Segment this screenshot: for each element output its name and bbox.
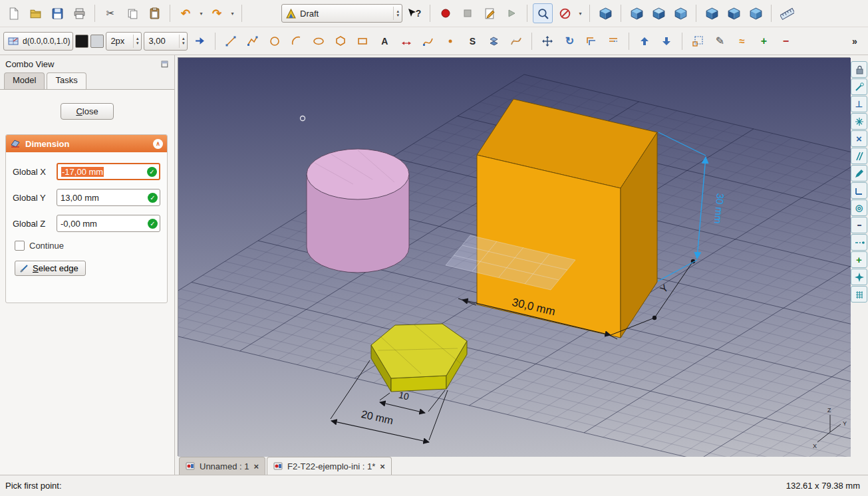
draft-bspline-button[interactable] xyxy=(418,31,438,51)
undo-dropdown[interactable]: ▾ xyxy=(198,4,205,23)
line-color-swatch[interactable] xyxy=(75,35,88,48)
snap-dimensions-button[interactable]: + xyxy=(851,251,867,268)
toolbar-overflow-button[interactable]: » xyxy=(845,31,865,51)
draft-facebinder-button[interactable] xyxy=(484,31,504,51)
snap-intersection-button[interactable]: × xyxy=(851,130,867,147)
snap-intersection-icon: × xyxy=(856,133,862,144)
draft-edit-button[interactable]: ✎ xyxy=(710,31,730,51)
draft-line-button[interactable] xyxy=(221,31,241,51)
text-size-spin[interactable]: ▴▾ xyxy=(179,35,185,48)
snap-center-button[interactable]: ◎ xyxy=(851,199,867,216)
draft-downgrade-button[interactable] xyxy=(656,31,676,51)
wire-tool-icon xyxy=(247,35,259,47)
view-right-button[interactable] xyxy=(670,3,690,23)
draft-point-button[interactable] xyxy=(440,31,460,51)
text-size-spinbox[interactable]: 3,00 ▴▾ xyxy=(144,32,188,51)
measure-button[interactable] xyxy=(777,3,797,23)
view-axonometric-button[interactable] xyxy=(595,3,615,23)
macro-edit-button[interactable] xyxy=(480,3,500,23)
doc-tab-unnamed[interactable]: Unnamed : 1 × xyxy=(179,457,265,475)
tab-model[interactable]: Model xyxy=(4,72,45,89)
draft-wire-button[interactable] xyxy=(243,31,263,51)
draft-scale-button[interactable] xyxy=(688,31,708,51)
snap-endpoint-button[interactable] xyxy=(851,78,867,95)
box-object[interactable] xyxy=(477,99,657,338)
3d-viewport[interactable]: 30,0 mm Y 30 mm 10 20 mm xyxy=(178,58,851,457)
new-document-button[interactable] xyxy=(3,3,23,23)
draft-remove-point-button[interactable]: − xyxy=(776,31,796,51)
snap-workingplane-button[interactable] xyxy=(851,269,867,285)
close-task-button[interactable]: Close xyxy=(61,103,113,120)
cut-button[interactable]: ✂ xyxy=(100,3,120,23)
snap-angle-button[interactable] xyxy=(851,113,867,130)
paste-button[interactable] xyxy=(144,3,164,23)
draft-rotate-button[interactable]: ↻ xyxy=(559,31,579,51)
draft-rectangle-button[interactable] xyxy=(353,31,372,51)
close-tab-icon[interactable]: × xyxy=(380,461,385,471)
whats-this-button[interactable]: ? xyxy=(404,3,424,23)
snap-special-button[interactable]: ••• xyxy=(851,217,867,233)
view-bottom-button[interactable] xyxy=(724,3,744,23)
global-x-input[interactable]: -17,00 mm ✓ xyxy=(57,163,160,180)
line-width-select[interactable]: 2px ▴▾ xyxy=(106,32,142,51)
snap-workingplane-icon xyxy=(854,272,865,283)
macro-play-button[interactable] xyxy=(502,3,521,23)
view-front-button[interactable] xyxy=(627,3,647,23)
continue-checkbox[interactable] xyxy=(15,241,25,251)
working-plane-button[interactable]: d(0.0,0.0,1.0) xyxy=(3,32,73,51)
draft-upgrade-button[interactable] xyxy=(635,31,654,51)
workbench-selector[interactable]: Draft ▴▾ xyxy=(281,4,402,23)
draft-dimension-button[interactable] xyxy=(396,31,416,51)
draft-bezier-button[interactable] xyxy=(506,31,526,51)
snap-lock-button[interactable] xyxy=(851,61,867,78)
macro-stop-button[interactable] xyxy=(458,3,478,23)
draft-arc-button[interactable] xyxy=(287,31,307,51)
view-rear-button[interactable] xyxy=(702,3,722,23)
draft-wire-to-bspline-button[interactable]: ≈ xyxy=(732,31,752,51)
view-top-button[interactable] xyxy=(649,3,668,23)
collapse-section-button[interactable]: ∧ xyxy=(153,139,163,149)
save-document-button[interactable] xyxy=(47,3,67,23)
draft-text-button[interactable]: A xyxy=(374,31,394,51)
doc-tab-ejemplo[interactable]: F2-T22-ejemplo-ini : 1* × xyxy=(267,457,392,475)
draft-shapestring-button[interactable]: S xyxy=(462,31,482,51)
draft-add-point-button[interactable]: + xyxy=(754,31,774,51)
snap-parallel-button[interactable] xyxy=(851,148,867,164)
select-edge-button[interactable]: Select edge xyxy=(15,261,86,276)
snap-ortho-button[interactable] xyxy=(851,182,867,199)
macro-record-button[interactable] xyxy=(436,3,456,23)
draft-trimex-button[interactable] xyxy=(603,31,623,51)
snap-near-button[interactable] xyxy=(851,165,867,182)
dimension-section-header[interactable]: Dimension ∧ xyxy=(6,135,167,152)
redo-button[interactable]: ↷ xyxy=(207,3,227,23)
global-y-input[interactable]: 13,00 mm ✓ xyxy=(57,189,160,206)
close-tab-icon[interactable]: × xyxy=(253,461,259,471)
clipping-dropdown[interactable]: ▾ xyxy=(577,4,584,23)
draft-circle-button[interactable] xyxy=(265,31,285,51)
snap-midpoint-button[interactable]: ⊥ xyxy=(851,96,867,112)
snap-grid-button[interactable] xyxy=(851,286,867,303)
print-button[interactable] xyxy=(69,3,89,23)
workbench-spin-arrows[interactable]: ▴▾ xyxy=(393,7,399,20)
draft-polygon-button[interactable] xyxy=(331,31,351,51)
draft-offset-button[interactable] xyxy=(581,31,601,51)
zoom-fit-button[interactable] xyxy=(533,3,553,23)
view-left-button[interactable] xyxy=(746,3,766,23)
clipping-plane-button[interactable] xyxy=(555,3,575,23)
draft-move-button[interactable] xyxy=(537,31,557,51)
draft-ellipse-button[interactable] xyxy=(309,31,329,51)
undo-button[interactable]: ↶ xyxy=(176,3,196,23)
redo-dropdown[interactable]: ▾ xyxy=(229,4,236,23)
global-z-input[interactable]: -0,00 mm ✓ xyxy=(57,215,160,232)
top-cube-icon xyxy=(652,7,666,21)
copy-button[interactable] xyxy=(122,3,142,23)
float-panel-icon[interactable] xyxy=(160,60,169,68)
cylinder-object[interactable] xyxy=(307,149,409,273)
face-color-swatch[interactable] xyxy=(90,35,104,48)
open-document-button[interactable] xyxy=(25,3,45,23)
apply-style-button[interactable] xyxy=(190,31,210,51)
line-width-spin[interactable]: ▴▾ xyxy=(133,35,139,48)
snap-midpoint-icon: ⊥ xyxy=(855,99,863,109)
snap-extension-button[interactable] xyxy=(851,234,867,251)
tab-tasks[interactable]: Tasks xyxy=(47,72,86,89)
